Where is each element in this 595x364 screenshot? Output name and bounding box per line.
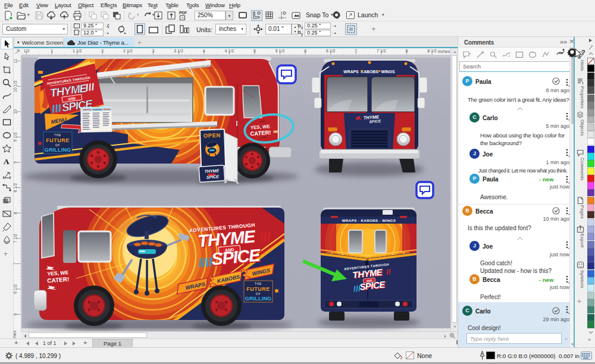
svg-text:6: 6 (14, 313, 17, 316)
svg-text:WRAPS · KABOBS · WINGS: WRAPS · KABOBS · WINGS (342, 218, 396, 222)
svg-text:2 1/2: 2 1/2 (123, 49, 133, 53)
svg-text:11: 11 (14, 59, 17, 63)
svg-text:SPICE: SPICE (206, 174, 220, 179)
svg-text:GRILLING: GRILLING (245, 296, 272, 302)
svg-text:OPEN: OPEN (203, 132, 221, 139)
svg-text:7: 7 (14, 262, 17, 265)
svg-text:1 1/2: 1 1/2 (73, 49, 82, 53)
svg-text:5 1/2: 5 1/2 (275, 49, 285, 53)
svg-text:GRILLING: GRILLING (45, 147, 71, 153)
svg-text:6: 6 (304, 49, 306, 53)
svg-text:8: 8 (14, 212, 17, 214)
svg-text:WINGS: WINGS (381, 70, 394, 74)
svg-text:10 1/2: 10 1/2 (14, 80, 17, 92)
svg-text:THE: THE (255, 283, 262, 285)
svg-text:6 1/2: 6 1/2 (14, 284, 17, 294)
svg-text:9: 9 (14, 161, 17, 164)
svg-text:WRAPS: WRAPS (83, 109, 92, 111)
svg-text:FUTURE: FUTURE (46, 137, 70, 143)
svg-text:1/2: 1/2 (24, 49, 30, 53)
svg-text:3: 3 (152, 49, 155, 53)
svg-text:SPICE: SPICE (369, 119, 381, 124)
svg-text:WINGS: WINGS (104, 108, 111, 111)
svg-text:2: 2 (101, 49, 104, 53)
svg-text:5: 5 (253, 49, 256, 53)
svg-text:6 1/2: 6 1/2 (326, 49, 336, 53)
svg-text:THE: THE (54, 134, 61, 137)
svg-text:9 1/2: 9 1/2 (14, 133, 17, 142)
svg-text:8 1/2: 8 1/2 (14, 183, 17, 193)
svg-text:7 1/2: 7 1/2 (377, 49, 386, 53)
svg-text:FUTURE: FUTURE (246, 286, 270, 292)
svg-text:4: 4 (203, 49, 205, 53)
svg-text:WRAPS: WRAPS (343, 70, 359, 74)
svg-text:4 1/2: 4 1/2 (225, 49, 234, 53)
svg-text:KABOBS: KABOBS (361, 70, 378, 74)
svg-text:KABOBS: KABOBS (93, 108, 103, 111)
svg-text:A: A (4, 157, 10, 166)
svg-text:7: 7 (355, 49, 357, 53)
svg-text:7 1/2: 7 1/2 (14, 234, 17, 243)
svg-text:1: 1 (51, 49, 53, 53)
svg-text:inches: inches (438, 49, 450, 54)
svg-text:8: 8 (406, 49, 408, 53)
svg-text:8 1/2: 8 1/2 (427, 49, 437, 53)
svg-text:3 1/2: 3 1/2 (174, 49, 183, 53)
svg-text:10: 10 (14, 109, 17, 114)
